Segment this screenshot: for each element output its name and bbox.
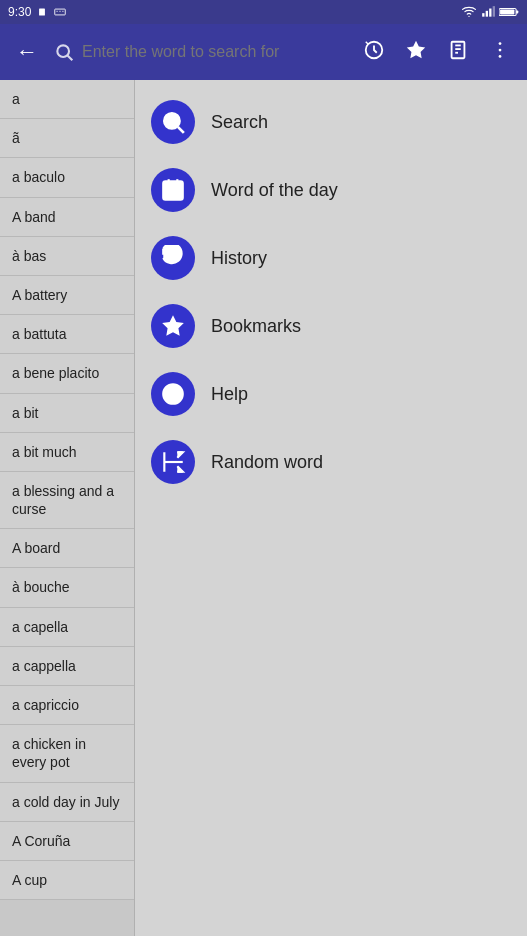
time: 9:30 xyxy=(8,5,31,19)
svg-rect-7 xyxy=(489,9,491,17)
word-item[interactable]: a battuta xyxy=(0,315,134,354)
word-item[interactable]: a baculo xyxy=(0,158,134,197)
word-item[interactable]: A cup xyxy=(0,861,134,900)
menu-label-random: Random word xyxy=(211,452,323,473)
word-item[interactable]: A board xyxy=(0,529,134,568)
svg-marker-31 xyxy=(162,315,184,336)
menu-label-history: History xyxy=(211,248,267,269)
history-icon xyxy=(151,236,195,280)
word-item[interactable]: a xyxy=(0,80,134,119)
menu-item-help[interactable]: Help xyxy=(147,364,515,424)
random-icon xyxy=(151,440,195,484)
menu-item-word-of-day[interactable]: Word of the day xyxy=(147,160,515,220)
word-item[interactable]: a bene placito xyxy=(0,354,134,393)
app-bar: ← xyxy=(0,24,527,80)
svg-rect-8 xyxy=(493,6,495,17)
menu-item-bookmarks[interactable]: Bookmarks xyxy=(147,296,515,356)
word-item[interactable]: A band xyxy=(0,198,134,237)
notes-icon xyxy=(447,39,469,61)
battery-icon xyxy=(499,6,519,18)
status-left: 9:30 xyxy=(8,5,67,19)
svg-point-21 xyxy=(499,48,502,51)
signal-icon xyxy=(481,5,495,19)
word-item[interactable]: a capriccio xyxy=(0,686,134,725)
search-icon-bar xyxy=(54,42,74,62)
menu-label-help: Help xyxy=(211,384,248,405)
bookmarks-button[interactable] xyxy=(397,31,435,74)
more-button[interactable] xyxy=(481,31,519,74)
word-item[interactable]: à bouche xyxy=(0,568,134,607)
star-icon xyxy=(151,304,195,348)
svg-line-24 xyxy=(178,127,184,133)
svg-rect-4 xyxy=(63,11,64,12)
svg-rect-30 xyxy=(175,190,178,193)
keyboard-icon xyxy=(53,5,67,19)
svg-rect-1 xyxy=(55,9,66,15)
word-item[interactable]: a bit xyxy=(0,394,134,433)
svg-line-13 xyxy=(68,56,73,61)
search-input[interactable] xyxy=(82,43,347,61)
svg-rect-5 xyxy=(482,13,484,17)
word-item[interactable]: a capella xyxy=(0,608,134,647)
more-icon xyxy=(489,39,511,61)
word-item[interactable]: A battery xyxy=(0,276,134,315)
word-item[interactable]: ã xyxy=(0,119,134,158)
word-item[interactable]: a cappella xyxy=(0,647,134,686)
svg-point-12 xyxy=(57,45,69,57)
back-button[interactable]: ← xyxy=(8,31,46,73)
svg-point-23 xyxy=(164,113,179,128)
svg-rect-29 xyxy=(168,190,171,193)
android-icon xyxy=(35,5,49,19)
menu-label-word-of-day: Word of the day xyxy=(211,180,338,201)
menu-item-search[interactable]: Search xyxy=(147,92,515,152)
svg-rect-25 xyxy=(163,181,183,199)
word-item[interactable]: A Coruña xyxy=(0,822,134,861)
svg-point-22 xyxy=(499,55,502,58)
menu-label-bookmarks: Bookmarks xyxy=(211,316,301,337)
star-icon xyxy=(405,39,427,61)
history-button[interactable] xyxy=(355,31,393,74)
svg-point-20 xyxy=(499,42,502,45)
svg-rect-10 xyxy=(516,11,518,14)
word-item[interactable]: a bit much xyxy=(0,433,134,472)
svg-marker-15 xyxy=(407,40,425,57)
svg-point-33 xyxy=(172,400,173,401)
main-content: aãa baculoA bandà basA batterya battutaa… xyxy=(0,80,527,936)
calendar-icon xyxy=(151,168,195,212)
app-bar-actions xyxy=(355,31,519,74)
word-item[interactable]: a blessing and a curse xyxy=(0,472,134,529)
status-bar: 9:30 xyxy=(0,0,527,24)
word-item[interactable]: a cold day in July xyxy=(0,783,134,822)
word-item[interactable]: a chicken in every pot xyxy=(0,725,134,782)
svg-rect-11 xyxy=(500,10,514,15)
word-item[interactable]: à bas xyxy=(0,237,134,276)
status-right xyxy=(461,5,519,19)
search-icon xyxy=(151,100,195,144)
svg-rect-6 xyxy=(486,11,488,17)
word-list: aãa baculoA bandà basA batterya battutaa… xyxy=(0,80,135,936)
right-panel: SearchWord of the dayHistoryBookmarksHel… xyxy=(135,80,527,936)
menu-item-history[interactable]: History xyxy=(147,228,515,288)
menu-item-random[interactable]: Random word xyxy=(147,432,515,492)
history-icon xyxy=(363,39,385,61)
svg-rect-3 xyxy=(60,11,61,12)
svg-rect-2 xyxy=(57,11,58,12)
help-icon xyxy=(151,372,195,416)
notes-button[interactable] xyxy=(439,31,477,74)
menu-label-search: Search xyxy=(211,112,268,133)
svg-rect-0 xyxy=(39,9,45,16)
wifi-icon xyxy=(461,5,477,19)
